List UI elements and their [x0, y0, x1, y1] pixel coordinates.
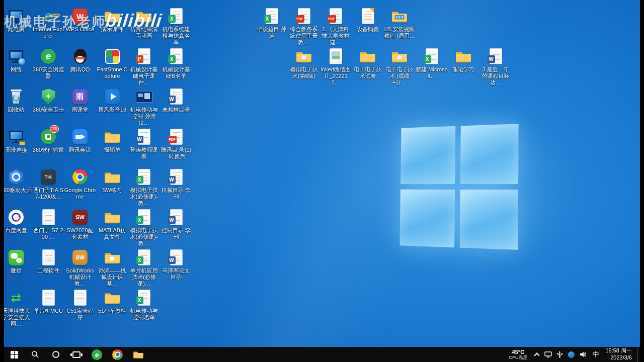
- desktop-icon-broadband[interactable]: 宽带连接: [4, 128, 32, 153]
- desktop-icon-360-browser[interactable]: e360安全浏览器: [32, 47, 64, 79]
- desktop-icon-label: C51实验程序: [64, 308, 96, 321]
- tray-display-button[interactable]: [542, 347, 554, 362]
- desktop-icon-storm-player[interactable]: 暴风影音16: [96, 87, 128, 113]
- desktop-icon-siemens-s7200[interactable]: 西门子 S7-200 …: [32, 208, 64, 240]
- cpu-temp-widget[interactable]: 45°C CPU温度: [505, 347, 531, 362]
- system-tray: 45°C CPU温度: [505, 347, 640, 362]
- desktop-icon-word-jixie-mulu[interactable]: W机械目录 李刊: [160, 168, 192, 200]
- desktop-icon-pdf-jiaocai[interactable]: PDF1.《天津科技大学教材建…: [319, 7, 352, 46]
- desktop-icon-wechat[interactable]: 微信: [4, 248, 32, 274]
- desktop-icon-word-kebiao[interactable]: W孙涛教师课表: [128, 128, 160, 160]
- desktop-icon-excel-moni-jiao-2[interactable]: X模拟电子技术(必修课)-教…: [128, 208, 160, 247]
- desktop-icon-sheet-mcu[interactable]: 单片机MCU: [32, 289, 64, 314]
- desktop-icon-tust-secure-access[interactable]: ⇄天津科技大学安全接入网…: [4, 289, 32, 328]
- tray-volume-button[interactable]: [577, 347, 589, 362]
- desktop-icon-360-soft[interactable]: 13360软件管家: [32, 128, 64, 153]
- desktop-icon-sheet-c51[interactable]: C51实验程序: [64, 289, 96, 321]
- desktop-icon-sw2020-sucai[interactable]: SWSW2020配套素材: [64, 208, 96, 240]
- desktop-icon-folder-matlab[interactable]: MATLAB仿真文件: [96, 208, 128, 240]
- desktop-icon-label: 单片机应用技术(必修课)…: [128, 267, 160, 288]
- desktop-icon-folder-lilun[interactable]: 理论学习: [447, 47, 479, 73]
- desktop-icon-word-mubiao[interactable]: W3.最近一年的课程目标达…: [479, 47, 512, 86]
- desktop-icon-folder-baoxiao[interactable]: 报销单: [96, 128, 128, 153]
- folder-icon: [103, 128, 121, 146]
- taskbar-start-button[interactable]: [4, 347, 25, 362]
- sheet-icon: [39, 208, 57, 226]
- baidu-icon: [7, 208, 25, 226]
- excel-icon: X: [135, 248, 153, 266]
- tray-expand-button[interactable]: [531, 347, 542, 362]
- excel-icon: X: [135, 208, 153, 226]
- desktop-icon-folder-chengji[interactable]: 电工电子技术 (成绩+分…: [383, 47, 416, 86]
- desktop-icon-excel-jixie-b[interactable]: X机械设计基础B名单: [160, 47, 192, 79]
- desktop-icon-folder-sw-lianxi[interactable]: SW练习: [96, 168, 128, 194]
- tray-usb-button[interactable]: [554, 347, 566, 362]
- desktop-icon-label: 360安全卫士: [32, 107, 64, 113]
- taskbar-cortana-button[interactable]: [45, 347, 66, 362]
- tray-input-button[interactable]: [566, 347, 577, 362]
- desktop-icon-tencent-qq[interactable]: 腾讯QQ: [64, 47, 96, 73]
- folderDocs-icon: [295, 47, 313, 65]
- windows-desktop-screen: 机械电子孙老师 bilibili 此电脑eInternet ExplorerWW…: [0, 0, 644, 362]
- desktop-icon-folder-51car[interactable]: 51小车资料: [96, 289, 128, 314]
- desktop-icon-doc-shebei-gouzhi[interactable]: 设备购置: [352, 7, 384, 33]
- wechat-icon: [7, 248, 25, 266]
- taskbar-360-browser-button[interactable]: e: [87, 347, 107, 362]
- e360-icon: e: [39, 47, 57, 65]
- desktop-icon-360-driver[interactable]: 360驱动大师: [4, 168, 32, 194]
- desktop-icon-excel-danpianji[interactable]: X单片机应用技术(必修课)…: [128, 248, 160, 288]
- desktop-icon-tencent-meeting[interactable]: 腾讯会议: [64, 128, 96, 153]
- desktop-icon-solidworks-jiao[interactable]: SWSolidWorks 机械设计教…: [64, 248, 96, 288]
- desktop-icon-excel-bishe-timu[interactable]: X毕设题目-孙涛: [256, 7, 288, 39]
- soft360-icon: 13: [39, 128, 57, 146]
- desktop-icon-word-mazejun[interactable]: W马泽军论文目录: [160, 248, 192, 281]
- desktop-icon-folder-shijuan[interactable]: 电工电子技术试卷: [352, 47, 384, 79]
- desktop-icon-label: 模拟电子技术(第6版): [288, 66, 320, 79]
- desktop-icon-siemens-tia[interactable]: TIA西门子TIA S7-1200&…: [32, 168, 64, 200]
- desktop-icon-360-safe[interactable]: +360安全卫士: [32, 87, 64, 113]
- desktop-icon-word-kongzhi-mulu[interactable]: W控制目录 李刊: [160, 208, 192, 240]
- desktop-icon-label: 孙涛教师课表: [128, 147, 160, 160]
- desktop-icon-img-inked[interactable]: Inked微信图片_202212…: [319, 47, 352, 86]
- desktop-icon-network[interactable]: 网络: [4, 47, 32, 73]
- 360-browser-icon: e: [92, 349, 102, 360]
- desktop-icon-faststone-capture[interactable]: FastStone Capture: [96, 47, 128, 79]
- desktop-icon-pdf-jiaowu[interactable]: PDF综合教务系统使用手册教…: [288, 7, 320, 46]
- desktop-icon-word-weixianglin[interactable]: W未相林目录: [160, 87, 192, 113]
- desktop-icon-baidu-netdisk[interactable]: 百度网盘: [4, 208, 32, 234]
- desktop-icon-label: 毕设题目-孙涛: [256, 26, 288, 39]
- desktop-icon-pdf-luxun[interactable]: PDF陆迅目 录(1)-转换后: [160, 128, 192, 160]
- desktop[interactable]: 机械电子孙老师 bilibili 此电脑eInternet ExplorerWW…: [4, 0, 640, 362]
- desktop-icon-label: 设备购置: [352, 26, 384, 33]
- clock-date: 2023/3/6: [610, 354, 632, 361]
- desktop-icon-excel-moni-jiao-1[interactable]: X模拟电子技术(必修课)-教…: [128, 168, 160, 207]
- desktop-icon-excel-new[interactable]: X新建 Microsoft…: [416, 47, 448, 79]
- taskbar-search-button[interactable]: [25, 347, 45, 362]
- desktop-icon-sheet-gongcheng[interactable]: 工程软件: [32, 248, 64, 274]
- desktop-icon-google-chrome[interactable]: Google Chrome: [64, 168, 96, 200]
- desktop-icon-label: FastStone Capture: [96, 66, 128, 79]
- media-icon: [135, 87, 153, 106]
- word-icon: W: [167, 208, 185, 226]
- broadband-icon: [7, 128, 25, 146]
- desktop-icon-folder-suntao-jixie[interactable]: 孙涛——机械设计课基…: [96, 248, 128, 288]
- desktop-icon-video-jidian-suntao[interactable]: 机电传动与控制-孙涛 (2…: [128, 87, 160, 127]
- desktop-icon-excel-jidian-jianmo[interactable]: X机电系统建模与仿真名单: [160, 7, 192, 46]
- desktop-icon-label: 天津科技大学安全接入网…: [4, 308, 32, 328]
- taskbar-chrome-button[interactable]: [107, 347, 128, 362]
- desktop-icon-label: 51小车资料: [96, 308, 128, 314]
- desktop-icon-ppt-jixie-kejian[interactable]: P机械设计基础电子课件…: [128, 47, 160, 86]
- desktop-icon-folder-lb-video[interactable]: LB 安装视频教程 (适用…: [383, 7, 416, 39]
- desktop-icon-rain-classroom[interactable]: 雨雨课堂: [64, 87, 96, 113]
- taskbar-task-view-button[interactable]: [66, 347, 87, 362]
- desktop-icon-excel-jidian-mingdan[interactable]: X机电传动与控制名单: [128, 289, 160, 321]
- desktop-icon-recycle-bin[interactable]: 回收站: [4, 87, 32, 113]
- taskbar[interactable]: e 45°C CPU温度: [4, 347, 640, 362]
- chrome-icon: [71, 168, 89, 186]
- network-icon: [7, 47, 25, 65]
- input-language-indicator[interactable]: 中: [589, 347, 602, 362]
- sheet-icon: [71, 289, 89, 307]
- desktop-icon-folder-moni-6[interactable]: 模拟电子技术(第6版): [288, 47, 320, 79]
- taskbar-clock[interactable]: 15:58 周一 2023/3/6: [602, 347, 637, 362]
- taskbar-file-explorer-button[interactable]: [128, 347, 148, 362]
